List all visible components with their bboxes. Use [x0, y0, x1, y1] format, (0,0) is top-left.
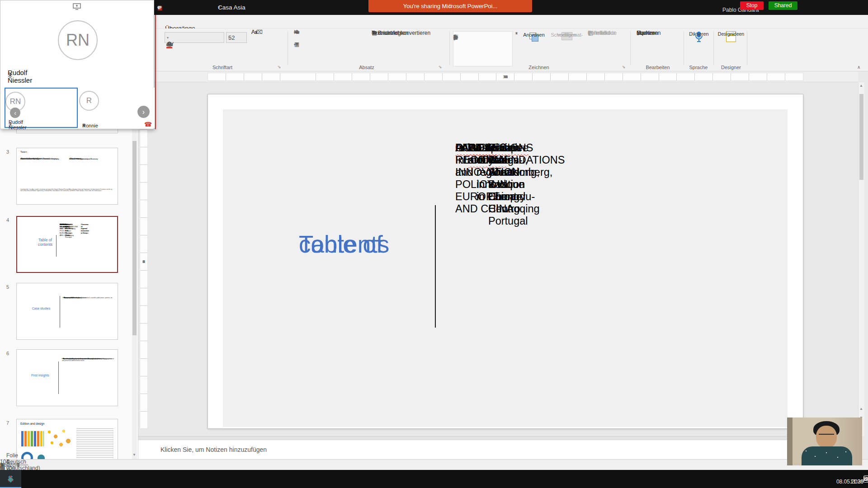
convert-to-smartart-label: In SmartArt konvertieren [372, 30, 430, 36]
group-separator [288, 31, 288, 66]
shared-status-button[interactable]: Shared [769, 1, 797, 10]
presenter-initials: RN [66, 31, 90, 50]
h-ruler-band: 1615141312111098765432101234567891011121… [208, 73, 803, 81]
dropdown-icon: ▾ [372, 31, 373, 35]
participant-name: Ronnie [82, 123, 98, 128]
thumb3-footer: Coordinated by: Casa Asia, a public cons… [20, 189, 113, 192]
dropdown-icon: ▾ [588, 31, 590, 35]
panel-scrollbar-thumb[interactable] [132, 141, 137, 335]
zoom-slider-handle[interactable] [17, 463, 19, 467]
shape-effects-button[interactable]: ◩Formeffekte▾ [586, 32, 590, 34]
thumb-text-item: - Urban management [69, 158, 81, 160]
next-participant-button[interactable]: › [137, 106, 150, 118]
screen: ▣↶⟳▾ Presentation Casa Asia 08.05.2020 ▾… [0, 0, 868, 488]
ruler-mark: 9 [142, 259, 145, 264]
title-dropdown-icon[interactable]: ▾ [218, 0, 220, 15]
thumb4-title-line1: Table of [27, 238, 63, 242]
call-status-icon[interactable]: ☎ [144, 121, 152, 128]
drawing-dialog-launcher-icon[interactable]: ⇘ [622, 65, 626, 69]
thumbnail-slide-5[interactable]: Case studies • Degree of decentralizatio… [16, 283, 118, 340]
slide-3-number: 3 [6, 149, 9, 155]
thumbnail-slide-3[interactable]: Team Robert Hassink: PhD degree in Econo… [16, 148, 118, 205]
group-separator [449, 31, 450, 66]
arrange-button[interactable]: Anordnen ▾ [520, 32, 548, 43]
stop-sharing-button[interactable]: Stop [740, 1, 764, 10]
presenter-avatar: RN [58, 20, 98, 60]
webcam-person-face [816, 426, 837, 448]
paragraph-group-label: Absatz [292, 65, 441, 70]
thumb4-title-line2: contents [27, 242, 63, 247]
panel-scrollbar[interactable]: ▲ ▼ [132, 82, 137, 459]
participant-strip: RN Rudolf Niessler R Ronnie [0, 86, 155, 130]
gallery-more-icon[interactable]: ▾ [515, 31, 517, 35]
language-group-label: Sprache [684, 65, 712, 70]
scrollbar-thumb[interactable] [859, 94, 863, 180]
select-button[interactable]: ▷Markieren▾ [635, 32, 638, 34]
notification-count-badge[interactable]: 19 [863, 475, 868, 483]
status-bar: Folie 4 von 8 ✔ Deutsch (Deutschland) ≡ … [0, 459, 868, 470]
sharing-banner[interactable]: ⠿ You're sharing Microsoft PowerPoi... [368, 0, 532, 12]
previous-slide-icon[interactable]: ▲ [859, 407, 863, 411]
thumbnail-slide-7[interactable]: Edition and design [16, 419, 118, 459]
dropdown-icon: ▾ [166, 42, 168, 47]
presenter-name: Rudolf Niessler [8, 69, 32, 84]
dropdown-icon: ▾ [294, 30, 296, 34]
shapes-gallery-scroll: ▲ ▼ ▾ [514, 31, 519, 66]
group-separator [713, 31, 714, 66]
notes-splitter[interactable] [138, 436, 858, 440]
line-spacing-button[interactable]: ⇕▾ [292, 31, 296, 33]
teams-button[interactable]: ◆ [0, 470, 21, 488]
paragraph-dialog-launcher-icon[interactable]: ⇘ [439, 65, 442, 69]
select-label: Markieren [637, 30, 660, 36]
drawing-group-label: Zeichnen [453, 65, 625, 70]
clear-formatting-button[interactable]: A⌫ [250, 31, 253, 33]
slide-title-line2: contents [299, 229, 389, 260]
font-size-dropdown-icon[interactable]: ▾ [228, 36, 230, 40]
font-dialog-launcher-icon[interactable]: ⇘ [278, 65, 281, 69]
shape-icon[interactable]: ◻ [453, 32, 458, 43]
design-ideas-button[interactable]: Designideen [716, 31, 746, 43]
previous-participant-button[interactable]: ‹ [10, 108, 20, 118]
thumbnail-slide-6[interactable]: First insights • Identification of regio… [16, 349, 118, 406]
font-name-dropdown-icon[interactable]: ▾ [167, 36, 169, 40]
scroll-up-icon[interactable]: ▲ [859, 84, 863, 88]
shapes-gallery: A∖↘□○▭△▽◇⌒{}☆↔⇒⊂∿◻ [453, 31, 513, 66]
font-size-select[interactable]: 52 ▾ [226, 32, 247, 43]
convert-to-smartart-button[interactable]: ▣In SmartArt konvertieren▾ [370, 32, 373, 34]
chevron-right-icon: › [142, 108, 145, 116]
canvas-scrollbar[interactable]: ▲ ▲ ▼ ▼ [858, 82, 864, 436]
vertical-ruler[interactable]: 9876543210123456789 [138, 82, 149, 436]
thumb-text-item: - Regional Innovation Policy [20, 158, 37, 160]
slide-5-number: 5 [6, 284, 9, 290]
collapse-ribbon-icon[interactable]: ∧ [857, 65, 860, 70]
participant-avatar: R [79, 91, 99, 111]
participant-initials: R [86, 96, 92, 105]
slide-4-number: 4 [6, 217, 9, 223]
slide-canvas[interactable]: Table of contents PART I. Introduction a… [208, 94, 803, 429]
taskbar: ⊞○◫▱eO◕WXO▲◉◧Ⓢ▤PSA◆ ∧ ▭ ◁) DEU 11:36 08.… [0, 470, 868, 488]
notes-area[interactable]: Klicken Sie, um Notizen hinzuzufügen [138, 440, 858, 459]
v-ruler-band: 9876543210123456789 [140, 94, 148, 429]
system-tray: ∧ ▭ ◁) DEU 11:36 08.05.2020 19 [863, 470, 868, 488]
screen-share-icon[interactable] [73, 3, 81, 10]
thumb6-divider [58, 361, 59, 394]
fit-to-window-icon[interactable]: ▣ [0, 462, 5, 468]
quick-styles-button[interactable]: Schnellformat- vorlagen [550, 32, 584, 42]
qat-menu-icon[interactable]: ▾ [157, 5, 160, 11]
panel-scroll-down-icon[interactable]: ▼ [132, 453, 136, 457]
dropdown-icon: ▾ [698, 32, 700, 36]
text-segment: ANNEXES [60, 224, 68, 226]
webcam-video[interactable] [787, 418, 862, 465]
dropdown-icon: ▾ [533, 33, 535, 37]
font-color-button[interactable]: A▾ [165, 43, 168, 45]
horizontal-ruler[interactable]: 1615141312111098765432101234567891011121… [138, 71, 858, 82]
columns-button[interactable]: ▥▾ [292, 43, 296, 45]
slide-7-number: 7 [6, 420, 9, 426]
dropdown-icon: ▾ [637, 31, 638, 35]
sharing-banner-text: You're sharing Microsoft PowerPoi... [403, 3, 498, 9]
thumbnail-slide-4-selected[interactable]: Table of contents PART I. Introduction a… [16, 216, 118, 273]
thumb3-title: Team [20, 150, 27, 153]
webcam-person-glasses [819, 434, 834, 437]
slide-thumbnail-panel: 3 Team Robert Hassink: PhD degree in Eco… [0, 82, 138, 459]
slide-divider-line [435, 205, 436, 328]
